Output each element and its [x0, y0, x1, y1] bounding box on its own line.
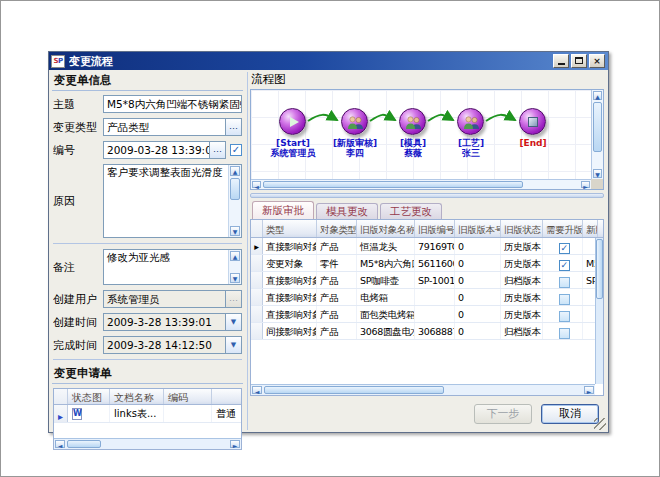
- flow-vscrollbar[interactable]: ▲ ▼: [591, 90, 603, 179]
- scroll-up-icon[interactable]: ▲: [593, 91, 602, 100]
- flow-node-3[interactable]: [399, 108, 426, 135]
- number-checkbox[interactable]: ✓: [230, 144, 242, 156]
- create-time-dropdown-button[interactable]: ▼: [226, 313, 242, 331]
- table-row[interactable]: 直接影响对象产品SP咖啡壶SP-10010归档版本SP咖: [251, 272, 603, 289]
- resize-grip-icon[interactable]: [594, 418, 606, 430]
- cancel-button[interactable]: 取消: [541, 404, 599, 424]
- create-time-input[interactable]: 2009-3-28 13:39:01: [103, 313, 226, 331]
- scroll-left-icon[interactable]: ◄: [252, 181, 261, 188]
- cell-old_status: 历史版本: [501, 255, 543, 271]
- close-button[interactable]: ×: [589, 54, 605, 68]
- flow-node-5[interactable]: [519, 108, 546, 135]
- grid-header-1[interactable]: 类型: [263, 220, 317, 237]
- scroll-down-icon[interactable]: ▼: [230, 226, 240, 236]
- grid-header-8[interactable]: 新版: [583, 220, 598, 237]
- table-row[interactable]: 直接影响对象产品电烤箱0历史版本: [251, 289, 603, 306]
- change-type-ellipsis-button[interactable]: …: [226, 118, 242, 136]
- finish-time-dropdown-button[interactable]: ▼: [226, 336, 242, 354]
- change-type-input[interactable]: 产品类型: [103, 118, 226, 136]
- grid-hscrollbar[interactable]: ◄ ►: [251, 384, 595, 395]
- titlebar[interactable]: SP 变更流程 ×: [49, 52, 608, 70]
- row-indicator: [251, 255, 263, 271]
- number-input[interactable]: 2009-03-28 13:39:01: [103, 141, 210, 159]
- flow-node-1[interactable]: [279, 108, 306, 135]
- request-header-2[interactable]: 文档名称: [110, 389, 164, 404]
- upgrade-checkbox[interactable]: ✓: [559, 243, 570, 254]
- create-time-row: 创建时间 2009-3-28 13:39:01 ▼: [53, 313, 242, 331]
- creator-input[interactable]: 系统管理员: [103, 290, 226, 308]
- scroll-thumb[interactable]: [593, 102, 602, 152]
- chevron-down-icon: ▼: [231, 318, 236, 326]
- reason-scrollbar[interactable]: ▲ ▼: [228, 165, 241, 237]
- request-header-1[interactable]: 状态图: [68, 389, 110, 404]
- minimize-button[interactable]: [553, 54, 569, 68]
- number-ellipsis-button[interactable]: …: [210, 141, 226, 159]
- cell-upgrade: [543, 272, 583, 288]
- request-table-hscrollbar[interactable]: ◄ ►: [54, 438, 241, 449]
- table-row[interactable]: ▸直接影响对象产品恒温龙头79169TC0历史版本✓: [251, 238, 603, 255]
- cell-old_ver: 0: [455, 238, 501, 254]
- scroll-thumb[interactable]: [264, 386, 444, 394]
- cell-upgrade: ✓: [543, 255, 583, 271]
- scroll-up-icon[interactable]: ▲: [230, 166, 240, 176]
- scroll-down-icon[interactable]: ▼: [593, 169, 602, 178]
- number-label: 编号: [53, 143, 103, 158]
- upgrade-checkbox[interactable]: [559, 311, 570, 322]
- creator-ellipsis-button[interactable]: …: [226, 290, 242, 308]
- cell-old_ver: 0: [455, 255, 501, 271]
- screenshot-canvas: SP 变更流程 × 变更单信息 主题 M5*8内六角凹端不锈钢紧固螺钉 变更类型…: [0, 0, 660, 477]
- upgrade-checkbox[interactable]: [559, 277, 570, 288]
- maximize-button[interactable]: [571, 54, 587, 68]
- tab-mold-change[interactable]: 模具更改: [316, 203, 378, 219]
- grid-header-2[interactable]: 对象类型: [317, 220, 357, 237]
- table-row[interactable]: 变更对象零件M5*8内六角凹...56116000历史版本✓M5*8: [251, 255, 603, 272]
- remark-textarea[interactable]: 修改为亚光感 ▲ ▼: [103, 249, 242, 285]
- cell-type: 变更对象: [263, 255, 317, 271]
- tab-process-change[interactable]: 工艺更改: [380, 203, 442, 219]
- flow-canvas[interactable]: ▲ ▼ ◄ ► [Start]系统管理员[新版审核]李四[模具]蔡薇[工艺]张三…: [250, 89, 604, 190]
- stop-icon: [528, 117, 538, 127]
- cell-code: [164, 405, 212, 422]
- grid-header-3[interactable]: 旧版对象名称: [357, 220, 415, 237]
- remark-spinner[interactable]: ▲ ▼: [228, 250, 241, 284]
- request-header-4[interactable]: [212, 389, 242, 404]
- scroll-thumb[interactable]: [67, 440, 101, 448]
- scroll-left-icon[interactable]: ◄: [55, 440, 65, 448]
- splitter-handle[interactable]: [250, 193, 604, 198]
- finish-time-input[interactable]: 2009-3-28 14:12:50: [103, 336, 226, 354]
- flow-hscrollbar[interactable]: ◄ ►: [251, 179, 591, 189]
- scroll-thumb[interactable]: [596, 239, 603, 299]
- row-indicator: ▸: [54, 405, 68, 422]
- grid-header-6[interactable]: 旧版状态: [501, 220, 543, 237]
- reason-textarea[interactable]: 客户要求调整表面光滑度 ▲ ▼: [103, 164, 242, 238]
- cell-old_status: 归档版本: [501, 323, 543, 339]
- grid-header-5[interactable]: 旧版版本号: [455, 220, 501, 237]
- scroll-thumb[interactable]: [263, 181, 523, 188]
- flow-panel: 流程图 ▲ ▼ ◄ ► [Start]系统管理员[新版审核]李四[模具]蔡薇[工…: [247, 72, 604, 430]
- grid-vscrollbar[interactable]: [595, 238, 603, 384]
- scroll-left-icon[interactable]: ◄: [252, 386, 262, 394]
- scroll-right-icon[interactable]: ►: [584, 386, 594, 394]
- list-item[interactable]: ▸Wlinks表...普通: [54, 405, 241, 423]
- scroll-thumb[interactable]: [230, 178, 240, 200]
- subject-input[interactable]: M5*8内六角凹端不锈钢紧固螺钉: [103, 95, 242, 113]
- cell-old_ver: 0: [455, 272, 501, 288]
- request-header-3[interactable]: 编码: [164, 389, 212, 404]
- tab-new-version-approval[interactable]: 新版审批: [252, 201, 314, 219]
- table-row[interactable]: 间接影响对象产品3068圆盘电水壶30688870归档版本: [251, 323, 603, 340]
- upgrade-checkbox[interactable]: [559, 294, 570, 305]
- scroll-right-icon[interactable]: ►: [230, 440, 240, 448]
- upgrade-checkbox[interactable]: ✓: [559, 260, 570, 271]
- window-title: 变更流程: [69, 54, 551, 69]
- next-button[interactable]: 下一步: [474, 404, 532, 424]
- spin-up-icon[interactable]: ▲: [230, 251, 240, 261]
- flow-node-4[interactable]: [457, 108, 484, 135]
- scroll-right-icon[interactable]: ►: [581, 181, 590, 188]
- grid-header-4[interactable]: 旧版编号: [415, 220, 455, 237]
- upgrade-checkbox[interactable]: [559, 328, 570, 339]
- grid-header-7[interactable]: 需要升版: [543, 220, 583, 237]
- spin-down-icon[interactable]: ▼: [230, 273, 240, 283]
- flow-node-2[interactable]: [341, 108, 368, 135]
- row-indicator: [251, 323, 263, 339]
- table-row[interactable]: 直接影响对象产品面包类电烤箱0历史版本: [251, 306, 603, 323]
